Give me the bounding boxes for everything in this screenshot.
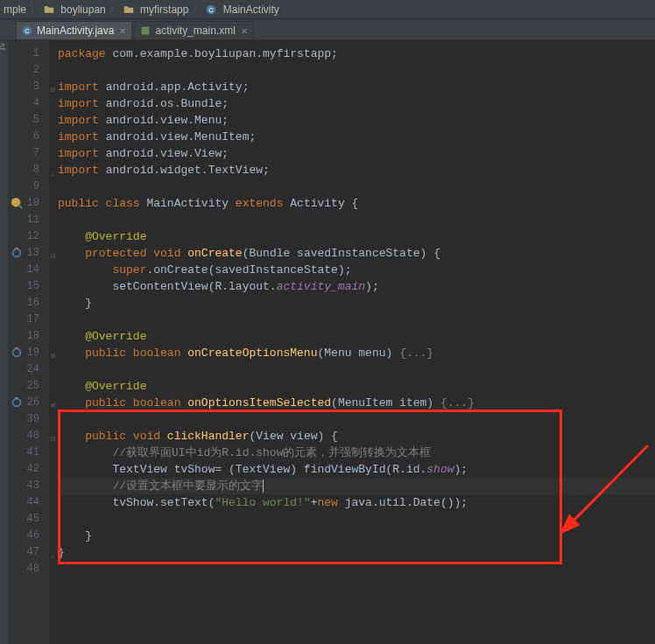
code-line[interactable] — [58, 178, 655, 195]
override-icon[interactable] — [11, 247, 23, 259]
code-line[interactable]: ⌞import android.widget.TextView; — [58, 162, 655, 178]
line-number: 10 — [27, 195, 39, 212]
code-line[interactable]: import android.view.MenuItem; — [58, 129, 655, 145]
fold-collapsed-icon[interactable]: ⊞ — [51, 348, 57, 354]
line-number: 24 — [27, 361, 39, 378]
gutter-row: 18 — [9, 328, 48, 345]
code-line[interactable]: import android.view.View; — [58, 145, 655, 162]
line-number: 5 — [33, 112, 39, 129]
line-number: 12 — [27, 228, 39, 245]
code-line[interactable]: } — [58, 528, 655, 544]
line-number: 16 — [27, 295, 39, 312]
gutter-row: 14 — [9, 262, 48, 278]
code-line[interactable]: @Override — [58, 328, 655, 345]
fold-collapsed-icon[interactable]: ⊞ — [51, 398, 57, 404]
svg-point-6 — [13, 249, 21, 257]
gutter-row: 45 — [9, 511, 48, 528]
code-line[interactable]: ⊞ public boolean onCreateOptionsMenu(Men… — [58, 345, 655, 361]
code-line[interactable]: //设置文本框中要显示的文字 — [58, 478, 655, 494]
line-number: 39 — [27, 411, 39, 428]
gutter: 1234567891011121314151617181924252639404… — [9, 40, 49, 644]
line-number: 1 — [33, 46, 39, 62]
code-line[interactable] — [58, 312, 655, 328]
code-line[interactable]: ⌞} — [58, 544, 655, 561]
folder-icon — [44, 4, 54, 15]
code-line[interactable]: super.onCreate(savedInstanceState); — [58, 262, 655, 278]
code-line[interactable]: import android.view.Menu; — [58, 112, 655, 129]
code-line[interactable] — [58, 561, 655, 578]
code-line[interactable] — [58, 361, 655, 378]
line-number: 18 — [27, 328, 39, 345]
svg-rect-4 — [142, 27, 150, 35]
close-icon[interactable]: ✕ — [119, 26, 126, 36]
line-number: 42 — [27, 461, 39, 478]
code-line[interactable] — [58, 212, 655, 228]
line-number: 15 — [27, 278, 39, 295]
line-number: 2 — [33, 62, 39, 79]
gutter-row: 40 — [9, 428, 48, 444]
tab-label: activity_main.xml — [155, 24, 235, 37]
class-icon: C — [206, 4, 216, 15]
fold-end-icon[interactable]: ⌞ — [51, 548, 57, 554]
gutter-row: 42 — [9, 461, 48, 478]
chevron-right-icon: 〉 — [109, 2, 120, 17]
code-line[interactable]: TextView tvShow= (TextView) findViewById… — [58, 461, 655, 478]
line-number: 41 — [27, 444, 39, 461]
breadcrumb-item[interactable]: myfirstapp — [123, 4, 189, 16]
gutter-row: 13 — [9, 245, 48, 262]
fold-end-icon[interactable]: ⌞ — [51, 165, 57, 172]
code-line[interactable]: ⊞ public boolean onOptionsItemSelected(M… — [58, 395, 655, 411]
gutter-row: 41 — [9, 444, 48, 461]
svg-text:C: C — [25, 27, 30, 35]
svg-point-7 — [13, 349, 21, 357]
line-number: 26 — [27, 395, 39, 411]
gutter-row: 16 — [9, 295, 48, 312]
code-line[interactable]: setContentView(R.layout.activity_main); — [58, 278, 655, 295]
gutter-row: 48 — [9, 561, 48, 578]
line-number: 40 — [27, 428, 39, 444]
breadcrumb-item[interactable]: C MainActivity — [206, 4, 278, 16]
code-line[interactable]: public class MainActivity extends Activi… — [58, 195, 655, 212]
code-line[interactable]: package com.example.boyliupan.myfirstapp… — [58, 46, 655, 62]
gutter-row: 2 — [9, 62, 48, 79]
gutter-row: 24 — [9, 361, 48, 378]
code-line[interactable] — [58, 511, 655, 528]
line-number: 4 — [33, 95, 39, 112]
code-line[interactable]: tvShow.setText("Hello world!"+new java.u… — [58, 494, 655, 511]
code-line[interactable]: ⊟ public void clickHandler(View view) { — [58, 428, 655, 444]
override-icon[interactable] — [11, 346, 23, 359]
code-editor[interactable]: st... 1234567891011121314151617181924252… — [0, 40, 655, 644]
code-line[interactable]: ⊟ protected void onCreate(Bundle savedIn… — [58, 245, 655, 262]
text-caret — [263, 480, 264, 493]
gutter-row: 9 — [9, 178, 48, 195]
breadcrumb-item[interactable]: mple — [4, 4, 26, 16]
line-number: 17 — [27, 312, 39, 328]
code-area[interactable]: package com.example.boyliupan.myfirstapp… — [49, 40, 655, 644]
code-line[interactable] — [58, 62, 655, 79]
code-line[interactable]: import android.os.Bundle; — [58, 95, 655, 112]
code-line[interactable]: //获取界面UI中id为R.id.show的元素，并强制转换为文本框 — [58, 444, 655, 461]
gutter-row: 3 — [9, 79, 48, 95]
code-line[interactable] — [58, 411, 655, 428]
class-run-icon[interactable] — [11, 197, 23, 209]
breadcrumb-item[interactable]: boyliupan — [44, 4, 106, 16]
tab-activity-main-xml[interactable]: activity_main.xml ✕ — [134, 21, 253, 39]
tab-main-activity-java[interactable]: C MainActivity.java ✕ — [16, 21, 132, 39]
fold-start-icon[interactable]: ⊟ — [51, 431, 57, 438]
close-icon[interactable]: ✕ — [241, 26, 248, 36]
xml-icon — [140, 25, 151, 36]
line-number: 7 — [33, 145, 39, 162]
code-line[interactable]: } — [58, 295, 655, 312]
fold-start-icon[interactable]: ⊟ — [51, 248, 57, 255]
fold-start-icon[interactable]: ⊟ — [51, 82, 57, 88]
override-icon[interactable] — [11, 396, 23, 409]
code-line[interactable]: @Override — [58, 378, 655, 395]
gutter-row: 7 — [9, 145, 48, 162]
gutter-row: 1 — [9, 46, 48, 62]
tool-window-stub[interactable]: st... — [0, 40, 9, 644]
tab-label: MainActivity.java — [37, 24, 114, 37]
svg-text:C: C — [209, 6, 215, 14]
line-number: 9 — [33, 178, 39, 195]
code-line[interactable]: ⊟import android.app.Activity; — [58, 79, 655, 95]
code-line[interactable]: @Override — [58, 228, 655, 245]
